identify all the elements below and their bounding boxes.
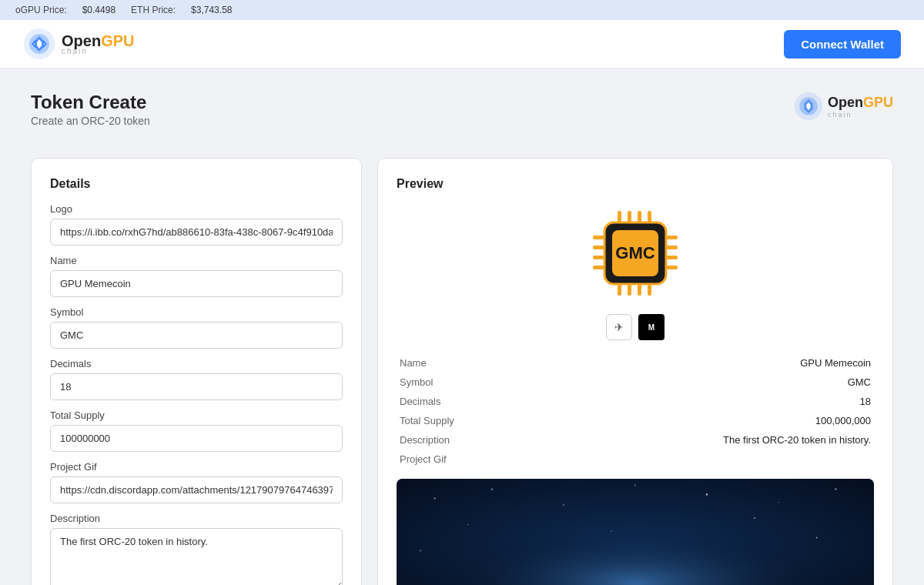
top-right-logo-sub: chain [828,111,893,119]
svg-rect-12 [666,256,678,259]
main-two-col: Details Logo Name Symbol Decimals Total … [31,158,893,585]
svg-rect-9 [593,266,604,269]
preview-logo-area: GMC [397,203,874,340]
ticker-bar: oGPU Price: $0.4498 ETH Price: $3,743.58 [0,0,924,20]
description-input[interactable]: The first ORC-20 token in history. [50,528,343,585]
name-field-label: Name [50,255,343,266]
telegram-preview-btn[interactable]: ✈ [606,314,632,340]
svg-rect-19 [628,284,631,296]
decimals-input[interactable] [50,373,343,400]
preview-name-row: Name GPU Memecoin [398,354,872,372]
ogpu-price-value: $0.4498 [82,5,116,15]
medium-preview-btn[interactable]: M [638,314,665,340]
svg-rect-7 [593,246,604,249]
preview-total-supply-row: Total Supply 100,000,000 [398,412,872,430]
details-panel-title: Details [50,177,343,191]
svg-rect-11 [666,246,678,249]
svg-text:GMC: GMC [615,243,654,262]
connect-wallet-button[interactable]: Connect Wallet [784,30,901,58]
social-preview-btn-row: ✈ M [606,314,665,340]
preview-symbol-row: Symbol GMC [398,373,872,391]
logo-input[interactable] [50,219,343,246]
decimals-field-label: Decimals [50,358,343,369]
eth-price-label: ETH Price: [131,5,176,15]
details-panel: Details Logo Name Symbol Decimals Total … [31,158,362,585]
preview-decimals-value: 18 [492,393,872,410]
svg-rect-8 [593,256,604,259]
ogpu-price-label: oGPU Price: [15,5,67,15]
top-right-logo: OpenGPU chain [794,92,893,121]
svg-rect-20 [638,284,641,296]
name-input[interactable] [50,270,343,297]
preview-total-supply-label: Total Supply [398,412,490,430]
opengpu-logo-icon [23,28,55,60]
svg-rect-10 [666,236,678,239]
preview-total-supply-value: 100,000,000 [492,412,872,430]
token-logo-svg: GMC [585,203,685,303]
preview-description-value: The first ORC-20 token in history. [492,431,872,449]
preview-decimals-row: Decimals 18 [398,393,872,410]
svg-rect-6 [593,236,604,239]
svg-rect-13 [666,266,678,269]
eth-price-value: $3,743.58 [191,5,232,15]
preview-project-gif-row: Project Gif [398,450,872,468]
page-content: Token Create Create an ORC-20 token Open… [0,69,924,585]
total-supply-input[interactable] [50,425,343,452]
preview-data-table: Name GPU Memecoin Symbol GMC Decimals 18… [397,353,874,470]
preview-panel-title: Preview [397,177,874,191]
svg-rect-18 [618,284,621,296]
preview-description-label: Description [398,431,490,449]
symbol-input[interactable] [50,322,343,349]
logo-text-area: OpenGPU chain [62,32,134,55]
symbol-field-label: Symbol [50,306,343,318]
svg-rect-21 [648,284,651,296]
preview-decimals-label: Decimals [398,393,490,410]
description-field-label: Description [50,513,343,524]
header: OpenGPU chain Connect Wallet [0,20,924,69]
preview-name-value: GPU Memecoin [492,354,872,372]
svg-rect-35 [397,479,874,585]
logo-gpu: GPU [101,32,134,49]
logo-field-label: Logo [50,203,343,215]
preview-name-label: Name [398,354,490,372]
top-right-logo-icon [794,92,823,121]
gif-preview-area: NEW BUY [397,479,874,585]
logo-area: OpenGPU chain [23,28,134,60]
total-supply-field-label: Total Supply [50,410,343,421]
page-subtitle: Create an ORC-20 token [31,115,150,127]
preview-panel: Preview GMC [377,158,893,585]
gif-background-svg [397,479,874,585]
preview-project-gif-value [492,450,872,468]
preview-symbol-label: Symbol [398,373,490,391]
svg-rect-15 [628,211,631,222]
svg-rect-16 [638,211,641,222]
project-gif-field-label: Project Gif [50,461,343,473]
preview-description-row: Description The first ORC-20 token in hi… [398,431,872,449]
page-title: Token Create [31,92,150,113]
svg-rect-14 [618,211,621,222]
preview-symbol-value: GMC [492,373,872,391]
preview-project-gif-label: Project Gif [398,450,490,468]
svg-rect-17 [648,211,651,222]
project-gif-input[interactable] [50,476,343,503]
